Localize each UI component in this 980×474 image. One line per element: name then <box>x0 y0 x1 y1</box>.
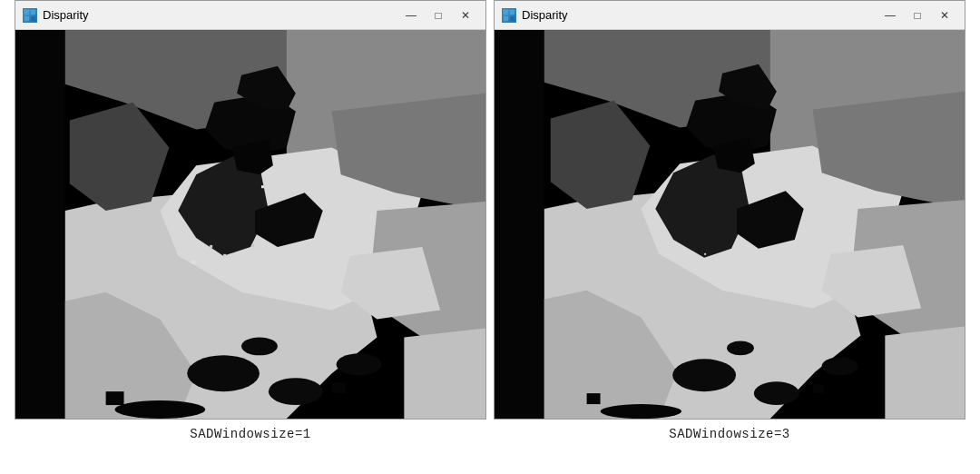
svg-rect-0 <box>24 10 29 15</box>
caption-1: SADWindowsize=1 <box>190 427 311 441</box>
window1-title: Disparity <box>43 8 89 22</box>
window2-wrapper: Disparity — □ ✕ <box>494 0 965 441</box>
main-container: Disparity — □ ✕ <box>0 0 980 441</box>
close-btn-1[interactable]: ✕ <box>453 5 478 25</box>
svg-rect-27 <box>223 254 226 257</box>
svg-marker-65 <box>885 326 965 419</box>
title-bar-controls-1: — □ ✕ <box>398 5 478 25</box>
window2: Disparity — □ ✕ <box>494 0 965 420</box>
svg-rect-29 <box>251 244 254 247</box>
svg-rect-26 <box>191 261 195 264</box>
svg-rect-57 <box>813 384 824 393</box>
svg-rect-1 <box>31 10 35 15</box>
window1-wrapper: Disparity — □ ✕ <box>15 0 486 441</box>
svg-point-18 <box>115 400 206 419</box>
title-bar-2: Disparity — □ ✕ <box>495 1 965 30</box>
svg-rect-36 <box>510 10 514 15</box>
window-icon-2 <box>502 8 516 23</box>
title-bar-1: Disparity — □ ✕ <box>15 1 485 30</box>
svg-point-52 <box>754 381 799 405</box>
svg-point-55 <box>727 341 754 355</box>
svg-rect-5 <box>15 30 65 419</box>
svg-rect-37 <box>504 16 508 21</box>
svg-point-53 <box>601 404 682 419</box>
svg-rect-56 <box>587 393 601 404</box>
image-area-1 <box>15 30 485 419</box>
window-icon-1 <box>23 8 37 23</box>
title-bar-left-1: Disparity <box>23 8 89 23</box>
minimize-btn-1[interactable]: — <box>398 5 424 25</box>
svg-rect-38 <box>510 16 514 21</box>
svg-marker-33 <box>404 328 485 419</box>
svg-rect-62 <box>704 253 706 255</box>
caption-2: SADWindowsize=3 <box>669 427 790 441</box>
svg-point-51 <box>672 359 736 391</box>
svg-rect-61 <box>672 259 675 262</box>
close-btn-2[interactable]: ✕ <box>932 5 957 25</box>
svg-rect-28 <box>210 245 212 248</box>
svg-rect-30 <box>261 185 264 188</box>
image-area-2 <box>495 30 965 419</box>
svg-point-19 <box>337 353 382 375</box>
svg-rect-3 <box>31 16 35 21</box>
svg-point-17 <box>269 378 323 405</box>
svg-point-16 <box>187 355 260 391</box>
title-bar-controls-2: — □ ✕ <box>877 5 957 25</box>
svg-rect-21 <box>106 391 124 405</box>
minimize-btn-2[interactable]: — <box>877 5 903 25</box>
svg-rect-22 <box>332 382 346 393</box>
window1: Disparity — □ ✕ <box>15 0 486 420</box>
svg-point-54 <box>822 357 858 375</box>
maximize-btn-1[interactable]: □ <box>426 5 451 25</box>
svg-point-20 <box>241 337 278 355</box>
maximize-btn-2[interactable]: □ <box>905 5 930 25</box>
svg-rect-2 <box>24 16 29 21</box>
window2-title: Disparity <box>522 8 568 22</box>
title-bar-left-2: Disparity <box>502 8 568 23</box>
svg-rect-40 <box>495 30 544 419</box>
svg-rect-35 <box>504 10 508 15</box>
